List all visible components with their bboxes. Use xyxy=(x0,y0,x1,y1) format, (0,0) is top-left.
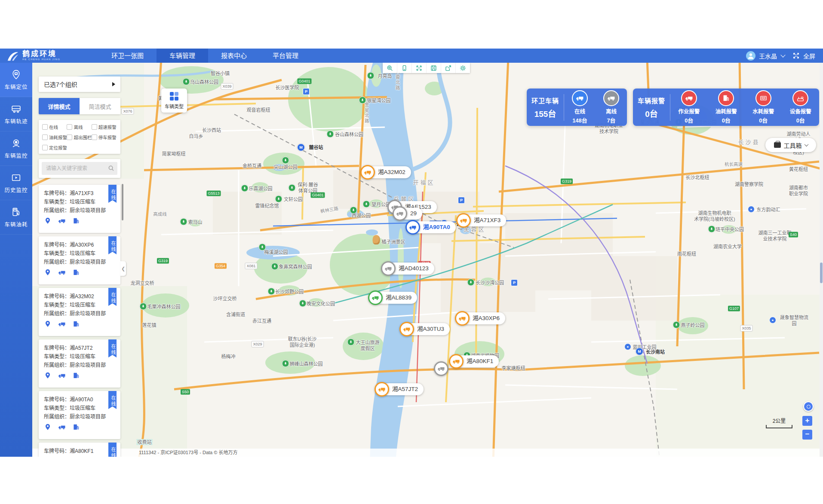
vehicle-plate: 湘A57JT2 xyxy=(70,345,92,351)
track-icon[interactable] xyxy=(58,320,66,328)
fleet-online[interactable]: 在线 148台 xyxy=(572,90,588,124)
expand-right-icon[interactable] xyxy=(112,82,115,86)
vehicle-card[interactable]: 车牌号码：湘A80KF1 车辆类型：垃圾压缩车 所属组织：厨余垃圾项目部 在线 xyxy=(39,443,120,457)
list-scrollbar-thumb[interactable] xyxy=(122,184,123,220)
alarm-work[interactable]: 作业报警 0台 xyxy=(678,90,700,124)
fuel-icon[interactable] xyxy=(72,372,80,379)
rail-item-vehicle-location[interactable]: 车辆定位 xyxy=(0,63,32,97)
user-name[interactable]: 王水晶 xyxy=(759,52,777,60)
vehicle-marker[interactable]: 湘AD40123 xyxy=(381,261,396,276)
filter-checkbox[interactable]: 超出围栏 xyxy=(67,134,91,141)
filter-checkbox[interactable]: 定位报警 xyxy=(42,144,67,151)
map-locate-button[interactable] xyxy=(803,401,814,412)
checkbox-icon[interactable] xyxy=(42,134,48,140)
locate-icon[interactable] xyxy=(44,269,52,276)
checkbox-icon[interactable] xyxy=(92,124,97,130)
extent-icon[interactable] xyxy=(412,63,427,73)
filter-checkbox[interactable]: 离线 xyxy=(67,124,91,130)
map-scale: 2公里 xyxy=(766,417,792,428)
track-icon[interactable] xyxy=(58,423,66,431)
vehicle-org: 厨余垃圾项目部 xyxy=(70,208,106,214)
search-input[interactable] xyxy=(42,162,117,175)
fuel-icon[interactable] xyxy=(72,217,80,225)
fullscreen-icon[interactable] xyxy=(792,52,800,59)
vehicle-marker[interactable]: 湘A90TA0 xyxy=(405,220,420,235)
vehicle-marker[interactable] xyxy=(434,361,448,376)
vehicle-marker[interactable]: 湘A30TU3 xyxy=(399,322,414,336)
vehicle-org: 厨余垃圾项目部 xyxy=(70,259,106,265)
road-badge: G0401 xyxy=(297,79,311,84)
fuel-icon[interactable] xyxy=(72,269,80,276)
menu-item[interactable]: 平台管理 xyxy=(260,49,311,63)
alarm-fuel[interactable]: 油耗报警 0台 xyxy=(716,90,737,124)
settings-icon[interactable] xyxy=(456,63,470,73)
filter-checkbox[interactable]: 在线 xyxy=(42,124,67,130)
menu-item[interactable]: 报表中心 xyxy=(208,49,260,63)
fleet-offline[interactable]: 离线 7台 xyxy=(603,90,619,124)
park-icon xyxy=(367,72,375,79)
park-icon xyxy=(327,131,334,138)
menu-item[interactable]: 环卫一张图 xyxy=(98,49,157,63)
device-alarm-icon xyxy=(792,90,808,106)
zoom-in-button[interactable]: + xyxy=(802,416,812,426)
track-icon[interactable] xyxy=(58,217,66,225)
rail-item-vehicle-monitor[interactable]: 车辆监控 xyxy=(0,131,32,166)
map-canvas[interactable]: 智谷小镇乌山森林公园长沙医学院月亮岛黄金园互通银星湾公园观音岩枢纽长沙西站白马乡… xyxy=(32,63,823,457)
rail-item-vehicle-fuel[interactable]: 车辆油耗 xyxy=(0,200,32,235)
vehicle-marker[interactable]: 湘A71XF3 xyxy=(456,213,471,228)
fuel-icon[interactable] xyxy=(72,423,80,431)
locate-icon[interactable] xyxy=(44,372,52,379)
fullscreen-label[interactable]: 全屏 xyxy=(803,52,815,60)
filter-checkbox[interactable]: 油耗报警 xyxy=(42,134,67,141)
vehicle-marker[interactable]: 29 xyxy=(393,206,407,221)
org-selector[interactable]: 已选7个组织 xyxy=(39,76,120,92)
search-icon[interactable] xyxy=(108,165,114,171)
track-icon[interactable] xyxy=(58,269,66,276)
vehicle-marker[interactable]: 湘AL8839 xyxy=(368,290,383,305)
checkbox-icon[interactable] xyxy=(42,124,48,130)
vehicle-marker[interactable]: 湘A57JT2 xyxy=(375,382,389,397)
vehicle-card[interactable]: 车牌号码：湘A30XP6 车辆类型：垃圾压缩车 所属组织：厨余垃圾项目部 在线 xyxy=(39,236,120,284)
area-search-icon[interactable] xyxy=(383,63,397,73)
vehicle-card[interactable]: 车牌号码：湘A90TA0 车辆类型：垃圾压缩车 所属组织：厨余垃圾项目部 在线 xyxy=(39,391,120,439)
checkbox-icon[interactable] xyxy=(67,124,72,130)
track-icon[interactable] xyxy=(58,372,66,379)
user-avatar[interactable] xyxy=(746,51,755,61)
menu-item[interactable]: 车辆管理 xyxy=(157,49,208,63)
export-icon[interactable] xyxy=(441,63,456,73)
vehicle-marker[interactable]: 湘A32M02 xyxy=(360,165,375,180)
checkbox-icon[interactable] xyxy=(67,134,72,140)
park-icon xyxy=(467,279,475,286)
filter-checkbox[interactable]: 停车报警 xyxy=(92,134,117,141)
alarm-water[interactable]: 水耗报警 0台 xyxy=(752,90,774,124)
locate-icon[interactable] xyxy=(44,320,52,328)
park-icon xyxy=(282,157,289,164)
save-icon[interactable] xyxy=(427,63,441,73)
map-toolbar xyxy=(383,63,470,73)
vehicle-marker[interactable]: 湘A80KF1 xyxy=(449,354,464,369)
fuel-icon[interactable] xyxy=(72,320,80,328)
park-icon xyxy=(289,184,296,192)
filter-checkbox[interactable]: 超速报警 xyxy=(92,124,117,130)
checkbox-icon[interactable] xyxy=(92,134,97,140)
vehicle-card[interactable]: 车牌号码：湘A57JT2 车辆类型：垃圾压缩车 所属组织：厨余垃圾项目部 在线 xyxy=(39,339,120,388)
rail-item-history-monitor[interactable]: 历史监控 xyxy=(0,166,32,200)
vehicle-marker[interactable]: 湘A30XP6 xyxy=(455,311,470,326)
mode-tab[interactable]: 详情模式 xyxy=(39,98,80,114)
locate-icon[interactable] xyxy=(44,423,52,431)
device-icon[interactable] xyxy=(397,63,412,73)
mode-tab[interactable]: 简洁模式 xyxy=(80,98,120,114)
page-scrollbar[interactable] xyxy=(820,63,823,457)
scrollbar-thumb[interactable] xyxy=(820,263,823,283)
locate-icon[interactable] xyxy=(44,217,52,225)
vehicle-card[interactable]: 车牌号码：湘A32M02 车辆类型：垃圾压缩车 所属组织：厨余垃圾项目部 在线 xyxy=(39,288,120,336)
rail-item-vehicle-track[interactable]: 车辆轨迹 xyxy=(0,97,32,131)
zoom-out-button[interactable]: − xyxy=(802,430,812,440)
vehicle-type-button[interactable]: 车辆类型 xyxy=(161,89,187,113)
panel-collapse-button[interactable]: ❮ xyxy=(120,261,126,276)
toolbox-button[interactable]: 工具箱 xyxy=(765,138,816,152)
chevron-down-icon[interactable] xyxy=(780,52,785,57)
checkbox-icon[interactable] xyxy=(42,145,48,150)
vehicle-card[interactable]: 车牌号码：湘A71XF3 车辆类型：垃圾压缩车 所属组织：厨余垃圾项目部 在线 xyxy=(39,185,120,233)
alarm-device[interactable]: 设备报警 0台 xyxy=(790,90,811,124)
